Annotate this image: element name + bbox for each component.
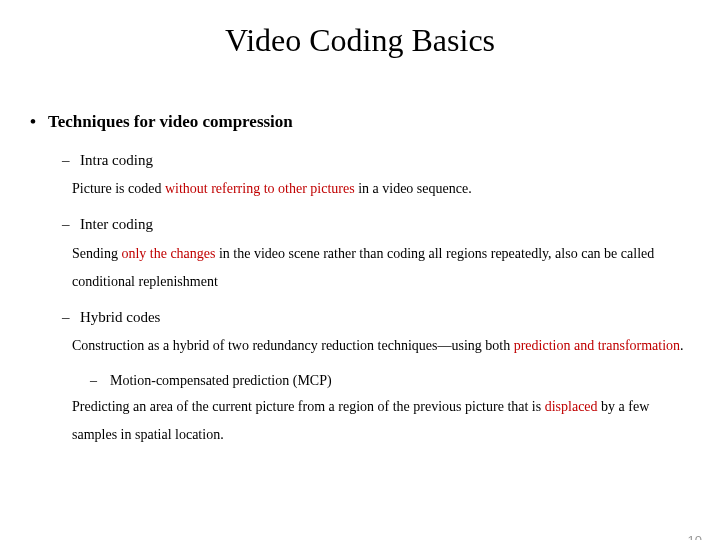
- bullet-level3-mcp: –Motion-compensated prediction (MCP): [90, 370, 690, 391]
- hybrid-label: Hybrid codes: [80, 309, 160, 325]
- bullet-level2-hybrid: –Hybrid codes: [62, 306, 690, 329]
- bullet-level1: •Techniques for video compression: [30, 109, 690, 135]
- mcp-highlight: displaced: [545, 399, 598, 414]
- intra-d3: in a video sequence.: [355, 181, 472, 196]
- hybrid-d3: .: [680, 338, 684, 353]
- intra-d1: Picture is coded: [72, 181, 165, 196]
- dash-icon: –: [62, 149, 80, 172]
- bullet-level2-inter: –Inter coding: [62, 213, 690, 236]
- bullet-level2-intra: –Intra coding: [62, 149, 690, 172]
- intra-highlight: without referring to other pictures: [165, 181, 355, 196]
- dash-icon: –: [62, 306, 80, 329]
- hybrid-d1: Construction as a hybrid of two redundan…: [72, 338, 514, 353]
- slide-title: Video Coding Basics: [0, 22, 720, 59]
- inter-description: Sending only the changes in the video sc…: [72, 240, 690, 296]
- dash-icon: –: [90, 370, 110, 391]
- slide: Video Coding Basics •Techniques for vide…: [0, 22, 720, 540]
- hybrid-highlight: prediction and transformation: [514, 338, 680, 353]
- dash-icon: –: [62, 213, 80, 236]
- inter-d1: Sending: [72, 246, 121, 261]
- inter-highlight: only the changes: [121, 246, 215, 261]
- page-number: 10: [688, 533, 702, 540]
- mcp-label: Motion-compensated prediction (MCP): [110, 373, 332, 388]
- slide-content: •Techniques for video compression –Intra…: [30, 109, 690, 449]
- mcp-d1: Predicting an area of the current pictur…: [72, 399, 545, 414]
- heading-text: Techniques for video compression: [48, 112, 293, 131]
- intra-description: Picture is coded without referring to ot…: [72, 175, 690, 203]
- mcp-description: Predicting an area of the current pictur…: [72, 393, 690, 449]
- intra-label: Intra coding: [80, 152, 153, 168]
- inter-label: Inter coding: [80, 216, 153, 232]
- bullet-dot-icon: •: [30, 109, 48, 135]
- hybrid-description: Construction as a hybrid of two redundan…: [72, 332, 690, 360]
